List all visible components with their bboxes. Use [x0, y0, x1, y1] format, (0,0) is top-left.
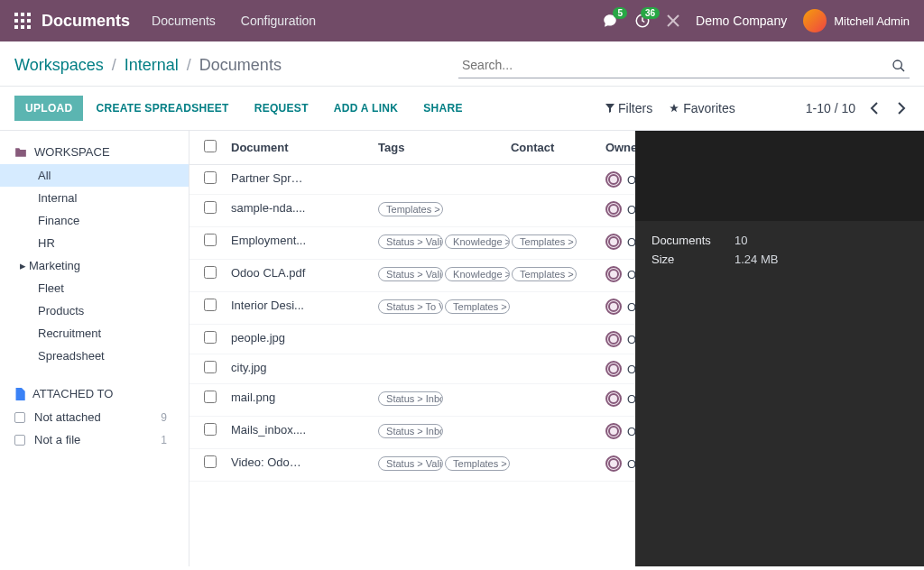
sidebar-item-label: Fleet: [38, 281, 64, 295]
owner-avatar-icon: [605, 171, 622, 188]
user-name: Mitchell Admin: [834, 14, 910, 28]
row-checkbox[interactable]: [204, 391, 217, 403]
attached-item-count: 1: [161, 434, 174, 446]
detail-documents-row: Documents 10: [651, 234, 908, 247]
detail-documents-value: 10: [735, 234, 747, 247]
row-checkbox[interactable]: [204, 361, 217, 373]
pager-text: 1-10 / 10: [806, 101, 855, 115]
attached-item-label: Not attached: [34, 410, 101, 424]
tag-chip[interactable]: Templates > P: [445, 456, 510, 471]
row-checkbox[interactable]: [204, 299, 217, 311]
request-button[interactable]: REQUEST: [242, 96, 321, 121]
col-checkbox: [189, 131, 224, 165]
col-document[interactable]: Document: [224, 131, 371, 165]
tag-chip[interactable]: Status > Valid: [378, 234, 443, 249]
tag-chip[interactable]: Status > Valid: [378, 456, 443, 471]
sidebar-item-marketing[interactable]: ▸Marketing: [0, 254, 189, 277]
svg-point-12: [893, 60, 901, 69]
attached-item-not-attached[interactable]: Not attached9: [0, 406, 189, 428]
sidebar-item-internal[interactable]: Internal: [0, 187, 189, 209]
tag-chip[interactable]: Status > To V: [378, 299, 443, 314]
favorites-label: Favorites: [683, 101, 735, 115]
doc-name: Odoo CLA.pdf: [231, 266, 307, 280]
sidebar-item-all[interactable]: All: [0, 164, 189, 187]
select-all-checkbox[interactable]: [204, 140, 217, 152]
sidebar-item-hr[interactable]: HR: [0, 232, 189, 254]
favorites-dropdown[interactable]: Favorites: [669, 101, 735, 115]
breadcrumb-sep: /: [187, 56, 191, 74]
sidebar-item-products[interactable]: Products: [0, 299, 189, 322]
sidebar-item-label: Products: [38, 304, 84, 317]
sidebar-item-label: Spreadsheet: [38, 349, 105, 363]
svg-rect-7: [21, 25, 24, 29]
checkbox-icon[interactable]: [14, 435, 25, 446]
apps-icon[interactable]: [14, 13, 31, 29]
breadcrumb-current: Documents: [199, 56, 282, 74]
doc-name: Employment...: [231, 234, 307, 247]
col-contact[interactable]: Contact: [504, 131, 598, 165]
svg-rect-5: [27, 19, 31, 23]
file-icon: [14, 388, 25, 400]
attached-label: ATTACHED TO: [32, 387, 113, 400]
topbar-menu: Documents Configuration: [152, 14, 316, 28]
messages-badge: 5: [613, 7, 627, 19]
user-menu[interactable]: Mitchell Admin: [803, 9, 910, 32]
filter-icon: [605, 104, 614, 113]
tag-chip[interactable]: Status > Inbox: [378, 391, 443, 406]
sidebar: WORKSPACE AllInternalFinanceHR▸Marketing…: [0, 131, 189, 566]
doc-name: Video: Odoo ...: [231, 455, 307, 469]
tag-chip[interactable]: Status > Inbox: [378, 424, 443, 438]
breadcrumb-internal[interactable]: Internal: [125, 56, 179, 74]
pager-next[interactable]: [893, 100, 910, 116]
attached-item-not-a-file[interactable]: Not a file1: [0, 428, 189, 451]
row-checkbox[interactable]: [204, 234, 217, 246]
doc-name: people.jpg: [231, 331, 307, 345]
row-checkbox[interactable]: [204, 331, 217, 344]
sidebar-item-spreadsheet[interactable]: Spreadsheet: [0, 345, 189, 367]
search-icon[interactable]: [892, 59, 906, 73]
svg-rect-3: [14, 19, 18, 23]
tag-chip[interactable]: Templates > C: [378, 202, 443, 216]
close-icon[interactable]: [667, 14, 679, 27]
pager-prev[interactable]: [866, 100, 882, 116]
attached-header: ATTACHED TO: [0, 383, 189, 406]
col-tags[interactable]: Tags: [371, 131, 504, 165]
sidebar-item-label: Internal: [38, 191, 77, 205]
tag-chip[interactable]: Templates > C: [512, 267, 577, 281]
tag-chip[interactable]: Status > Valid: [378, 267, 443, 281]
sidebar-item-recruitment[interactable]: Recruitment: [0, 322, 189, 345]
row-checkbox[interactable]: [204, 423, 217, 436]
sidebar-item-label: HR: [38, 236, 55, 250]
topbar: Documents Documents Configuration 5 36 D…: [0, 0, 924, 41]
messages-icon[interactable]: 5: [602, 13, 618, 29]
sidebar-item-label: Recruitment: [38, 326, 101, 340]
svg-rect-4: [21, 19, 24, 23]
tag-chip[interactable]: Knowledge > H: [445, 234, 510, 249]
sidebar-item-finance[interactable]: Finance: [0, 209, 189, 232]
company-name[interactable]: Demo Company: [696, 14, 787, 28]
tag-chip[interactable]: Knowledge > H: [445, 267, 510, 281]
app-title[interactable]: Documents: [42, 12, 130, 31]
tag-chip[interactable]: Templates > P: [445, 299, 510, 314]
row-checkbox[interactable]: [204, 201, 217, 214]
breadcrumb-workspaces[interactable]: Workspaces: [14, 56, 104, 74]
add-link-button[interactable]: ADD A LINK: [321, 96, 411, 121]
topbar-right: 5 36 Demo Company Mitchell Admin: [602, 9, 910, 32]
row-checkbox[interactable]: [204, 455, 217, 468]
share-button[interactable]: SHARE: [411, 96, 476, 121]
filters-dropdown[interactable]: Filters: [605, 101, 652, 115]
sidebar-item-fleet[interactable]: Fleet: [0, 277, 189, 299]
row-checkbox[interactable]: [204, 266, 217, 279]
create-spreadsheet-button[interactable]: CREATE SPREADSHEET: [83, 96, 241, 121]
upload-button[interactable]: UPLOAD: [14, 96, 83, 121]
checkbox-icon[interactable]: [14, 412, 25, 423]
row-checkbox[interactable]: [204, 171, 217, 184]
detail-size-value: 1.24 MB: [735, 253, 778, 266]
menu-configuration[interactable]: Configuration: [241, 14, 316, 28]
tag-chip[interactable]: Templates > C: [512, 234, 577, 249]
activity-icon[interactable]: 36: [634, 13, 651, 29]
workspace-label: WORKSPACE: [34, 145, 110, 159]
search-input[interactable]: [458, 52, 910, 78]
menu-documents[interactable]: Documents: [152, 14, 216, 28]
attached-section: ATTACHED TO Not attached9Not a file1: [0, 383, 189, 451]
